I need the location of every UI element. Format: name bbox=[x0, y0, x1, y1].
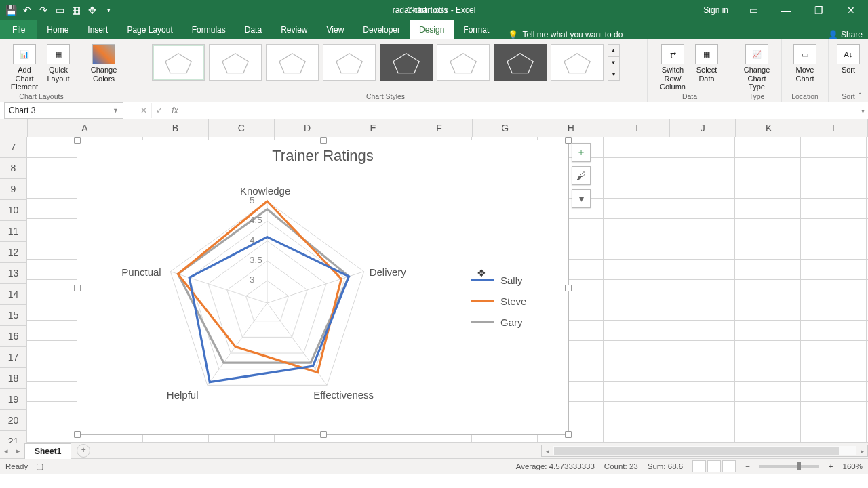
move-chart-button[interactable]: ▭Move Chart bbox=[789, 41, 821, 83]
style-thumb-4[interactable] bbox=[323, 44, 376, 81]
view-buttons[interactable] bbox=[692, 460, 736, 472]
resize-handle[interactable] bbox=[320, 431, 327, 438]
resize-handle[interactable] bbox=[565, 285, 572, 291]
row-header[interactable]: 15 bbox=[0, 305, 27, 326]
tab-developer[interactable]: Developer bbox=[353, 20, 410, 39]
sort-button[interactable]: A↓Sort bbox=[833, 41, 864, 75]
formula-bar-input[interactable] bbox=[182, 103, 857, 118]
column-header[interactable]: F bbox=[406, 119, 472, 137]
tab-view[interactable]: View bbox=[317, 20, 354, 39]
change-colors-button[interactable]: Change Colors bbox=[88, 41, 119, 83]
style-thumb-8[interactable] bbox=[551, 44, 604, 81]
horizontal-scrollbar[interactable]: ◂▸ bbox=[541, 445, 868, 457]
zoom-slider[interactable] bbox=[760, 465, 819, 468]
radar-plot-area[interactable]: KnowledgeDeliveryEffectivenessHelpfulPun… bbox=[111, 181, 450, 411]
select-all-corner[interactable] bbox=[0, 119, 28, 137]
macro-record-icon[interactable]: ▢ bbox=[36, 462, 43, 471]
chart-filters-button[interactable]: ▾ bbox=[572, 189, 591, 208]
column-header[interactable]: I bbox=[604, 119, 670, 137]
row-header[interactable]: 9 bbox=[0, 179, 27, 200]
style-thumb-1[interactable] bbox=[152, 44, 205, 81]
tab-file[interactable]: File bbox=[0, 20, 37, 39]
chevron-down-icon[interactable]: ▼ bbox=[113, 107, 119, 114]
maximize-button[interactable]: ❐ bbox=[804, 0, 833, 20]
switch-row-column-button[interactable]: ⇄Switch Row/ Column bbox=[657, 41, 688, 92]
column-header[interactable]: C bbox=[209, 119, 275, 137]
touch-mode-icon[interactable]: ✥ bbox=[87, 5, 98, 16]
ribbon-display-icon[interactable]: ▭ bbox=[739, 0, 768, 20]
legend-entry[interactable]: Sally bbox=[471, 274, 526, 286]
style-thumb-3[interactable] bbox=[266, 44, 319, 81]
expand-formula-bar-icon[interactable]: ▾ bbox=[857, 107, 868, 115]
resize-handle[interactable] bbox=[320, 137, 327, 144]
column-header[interactable]: G bbox=[473, 119, 538, 137]
cancel-formula-icon[interactable]: ✕ bbox=[136, 103, 151, 118]
resize-handle[interactable] bbox=[565, 137, 572, 144]
row-header[interactable]: 14 bbox=[0, 284, 27, 305]
column-header[interactable]: A bbox=[28, 119, 143, 137]
resize-handle[interactable] bbox=[74, 285, 81, 291]
row-header[interactable]: 21 bbox=[0, 431, 27, 443]
zoom-in-icon[interactable]: + bbox=[829, 462, 833, 470]
row-header[interactable]: 12 bbox=[0, 242, 27, 263]
sheet-nav-prev[interactable]: ◂ bbox=[0, 447, 12, 455]
row-header[interactable]: 18 bbox=[0, 368, 27, 389]
row-header[interactable]: 16 bbox=[0, 326, 27, 347]
tab-formulas[interactable]: Formulas bbox=[182, 20, 235, 39]
fx-icon[interactable]: fx bbox=[167, 103, 182, 118]
zoom-out-icon[interactable]: − bbox=[745, 462, 750, 470]
change-chart-type-button[interactable]: 📈Change Chart Type bbox=[741, 41, 772, 92]
undo-icon[interactable]: ↶ bbox=[22, 5, 33, 16]
row-header[interactable]: 13 bbox=[0, 263, 27, 284]
tab-page-layout[interactable]: Page Layout bbox=[117, 20, 182, 39]
style-thumb-2[interactable] bbox=[209, 44, 262, 81]
quick-layout-button[interactable]: ▦Quick Layout bbox=[43, 41, 74, 83]
close-button[interactable]: ✕ bbox=[837, 0, 865, 20]
row-header[interactable]: 17 bbox=[0, 347, 27, 368]
chart-object[interactable]: Trainer Ratings KnowledgeDeliveryEffecti… bbox=[77, 140, 569, 435]
sign-in-link[interactable]: Sign in bbox=[696, 5, 735, 15]
chart-elements-button[interactable]: ＋ bbox=[572, 143, 591, 162]
chart-title[interactable]: Trainer Ratings bbox=[77, 147, 568, 165]
name-box[interactable]: Chart 3▼ bbox=[4, 102, 123, 119]
tab-design[interactable]: Design bbox=[410, 20, 454, 39]
enter-formula-icon[interactable]: ✓ bbox=[151, 103, 167, 118]
row-header[interactable]: 19 bbox=[0, 389, 27, 410]
collapse-ribbon-icon[interactable]: ⌃ bbox=[857, 92, 863, 99]
chart-styles-button[interactable]: 🖌 bbox=[572, 166, 591, 185]
tab-format[interactable]: Format bbox=[454, 20, 498, 39]
row-header[interactable]: 20 bbox=[0, 410, 27, 431]
qa-icon[interactable]: ▦ bbox=[71, 5, 81, 16]
tab-insert[interactable]: Insert bbox=[78, 20, 117, 39]
tell-me-search[interactable]: 💡 Tell me what you want to do bbox=[508, 30, 623, 39]
legend-entry[interactable]: Gary bbox=[471, 317, 526, 328]
save-icon[interactable]: 💾 bbox=[5, 5, 16, 16]
row-header[interactable]: 10 bbox=[0, 200, 27, 221]
select-data-button[interactable]: ▦Select Data bbox=[691, 41, 722, 83]
add-sheet-button[interactable]: + bbox=[77, 444, 90, 458]
sheet-tab[interactable]: Sheet1 bbox=[24, 443, 71, 459]
column-header[interactable]: H bbox=[538, 119, 604, 137]
row-header[interactable]: 8 bbox=[0, 158, 27, 179]
style-thumb-6[interactable] bbox=[437, 44, 490, 81]
column-header[interactable]: E bbox=[340, 119, 406, 137]
tab-home[interactable]: Home bbox=[37, 20, 78, 39]
minimize-button[interactable]: — bbox=[772, 0, 800, 20]
add-chart-element-button[interactable]: 📊Add Chart Element bbox=[9, 41, 40, 92]
worksheet-area[interactable]: ABCDEFGHIJKL 789101112131415161718192021… bbox=[0, 119, 868, 443]
column-header[interactable]: B bbox=[142, 119, 208, 137]
share-button[interactable]: 👤 Share bbox=[828, 30, 863, 39]
column-header[interactable]: D bbox=[275, 119, 340, 137]
row-header[interactable]: 11 bbox=[0, 221, 27, 242]
style-gallery-nav[interactable]: ▲▼▾ bbox=[608, 44, 620, 81]
style-thumb-7[interactable] bbox=[494, 44, 547, 81]
tab-review[interactable]: Review bbox=[271, 20, 317, 39]
qa-dropdown-icon[interactable]: ▾ bbox=[103, 5, 114, 16]
redo-icon[interactable]: ↷ bbox=[38, 5, 49, 16]
style-thumb-5[interactable] bbox=[380, 44, 433, 81]
resize-handle[interactable] bbox=[565, 431, 572, 438]
row-header[interactable]: 7 bbox=[0, 137, 27, 158]
tab-data[interactable]: Data bbox=[235, 20, 271, 39]
column-header[interactable]: K bbox=[736, 119, 802, 137]
qa-icon[interactable]: ▭ bbox=[54, 5, 65, 16]
